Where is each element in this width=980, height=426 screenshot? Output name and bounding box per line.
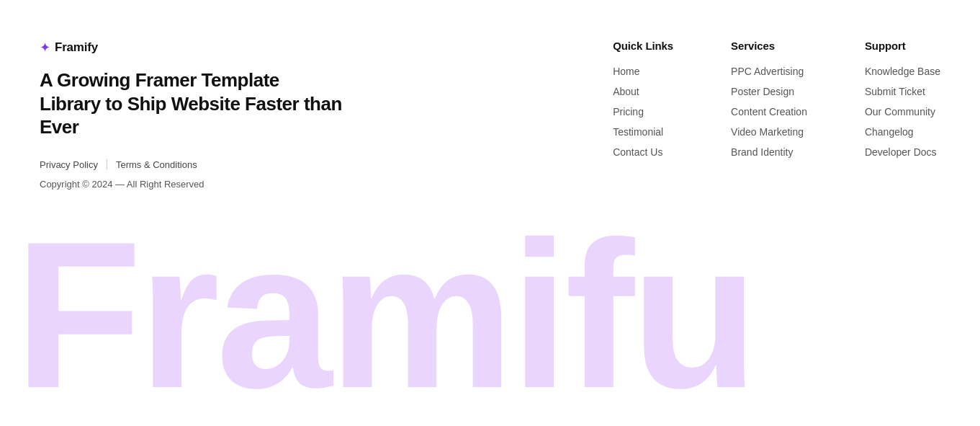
list-item: PPC Advertising [731, 65, 807, 78]
list-item: Content Creation [731, 105, 807, 118]
footer-left: ✦ Framify A Growing Framer Template Libr… [40, 40, 342, 190]
logo-star-icon: ✦ [40, 40, 50, 56]
support-list: Knowledge Base Submit Ticket Our Communi… [865, 65, 940, 159]
contact-link[interactable]: Contact Us [613, 146, 662, 158]
video-link[interactable]: Video Marketing [731, 126, 804, 138]
content-link[interactable]: Content Creation [731, 106, 807, 117]
services-col: Services PPC Advertising Poster Design C… [731, 40, 807, 190]
logo-name: Framify [55, 40, 98, 55]
list-item: Poster Design [731, 85, 807, 98]
support-heading: Support [865, 40, 940, 52]
list-item: Home [613, 65, 673, 78]
list-item: Testimonial [613, 125, 673, 138]
list-item: Video Marketing [731, 125, 807, 138]
footer-divider [107, 159, 107, 169]
list-item: Changelog [865, 125, 940, 138]
list-item: Pricing [613, 105, 673, 118]
watermark-text: Framifu [0, 210, 980, 419]
brand-link[interactable]: Brand Identity [731, 146, 793, 158]
community-link[interactable]: Our Community [865, 106, 935, 117]
changelog-link[interactable]: Changelog [865, 126, 914, 138]
pricing-link[interactable]: Pricing [613, 106, 644, 117]
footer-links-row: Privacy Policy Terms & Conditions [40, 159, 342, 170]
ticket-link[interactable]: Submit Ticket [865, 86, 925, 97]
footer-top-section: ✦ Framify A Growing Framer Template Libr… [0, 0, 980, 211]
tagline: A Growing Framer Template Library to Shi… [40, 68, 342, 139]
list-item: Brand Identity [731, 146, 807, 159]
list-item: Our Community [865, 105, 940, 118]
copyright-text: Copyright © 2024 — All Right Reserved [40, 179, 342, 190]
list-item: Contact Us [613, 146, 673, 159]
quick-links-heading: Quick Links [613, 40, 673, 52]
about-link[interactable]: About [613, 86, 639, 97]
ppc-link[interactable]: PPC Advertising [731, 66, 804, 77]
privacy-policy-link[interactable]: Privacy Policy [40, 159, 98, 170]
logo-row: ✦ Framify [40, 40, 342, 56]
list-item: About [613, 85, 673, 98]
list-item: Developer Docs [865, 146, 940, 159]
poster-link[interactable]: Poster Design [731, 86, 794, 97]
list-item: Submit Ticket [865, 85, 940, 98]
terms-link[interactable]: Terms & Conditions [116, 159, 197, 170]
support-col: Support Knowledge Base Submit Ticket Our… [865, 40, 940, 190]
devdocs-link[interactable]: Developer Docs [865, 146, 937, 158]
quick-links-list: Home About Pricing Testimonial Contact U… [613, 65, 673, 159]
watermark-container: Framifu [0, 210, 980, 426]
services-list: PPC Advertising Poster Design Content Cr… [731, 65, 807, 159]
services-heading: Services [731, 40, 807, 52]
testimonial-link[interactable]: Testimonial [613, 126, 663, 138]
home-link[interactable]: Home [613, 66, 639, 77]
list-item: Knowledge Base [865, 65, 940, 78]
knowledge-link[interactable]: Knowledge Base [865, 66, 940, 77]
footer-right: Quick Links Home About Pricing Testimoni… [613, 40, 940, 190]
quick-links-col: Quick Links Home About Pricing Testimoni… [613, 40, 673, 190]
